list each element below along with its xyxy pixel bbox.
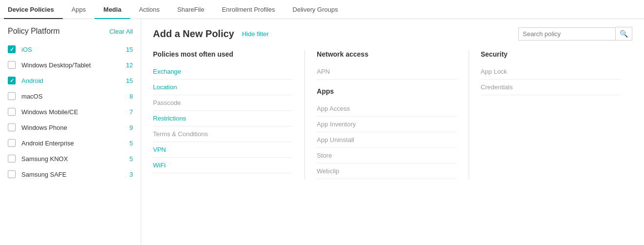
platform-windows-desktop[interactable]: Windows Desktop/Tablet 12: [0, 57, 141, 73]
policy-apn[interactable]: APN: [317, 64, 456, 80]
nav-sharefile[interactable]: ShareFile: [169, 0, 213, 19]
platform-count-windows-phone: 9: [130, 124, 133, 131]
policy-exchange[interactable]: Exchange: [153, 64, 293, 80]
column-title-security: Security: [481, 50, 621, 58]
policy-store[interactable]: Store: [317, 148, 456, 163]
nav-media[interactable]: Media: [95, 0, 130, 19]
search-icon: 🔍: [620, 30, 628, 38]
checkbox-windows-mobile[interactable]: [8, 108, 16, 116]
policy-wifi[interactable]: WiFi: [153, 158, 293, 173]
nav-enrollment-profiles[interactable]: Enrollment Profiles: [213, 0, 284, 19]
platform-count-android-enterprise: 5: [130, 140, 133, 147]
platform-name-windows-mobile: Windows Mobile/CE: [21, 108, 130, 116]
column-most-used: Policies most often used Exchange Locati…: [153, 50, 305, 179]
checkbox-ios[interactable]: [8, 45, 16, 53]
content-header: Add a New Policy Hide filter 🔍: [153, 27, 632, 41]
sidebar-title: Policy Platform: [8, 27, 60, 36]
platform-count-windows-mobile: 7: [130, 108, 133, 116]
checkbox-samsung-knox[interactable]: [8, 155, 16, 163]
clear-all-button[interactable]: Clear All: [110, 28, 133, 35]
checkbox-android-enterprise[interactable]: [8, 139, 16, 147]
checkbox-samsung-safe[interactable]: [8, 170, 16, 178]
platform-name-windows-phone: Windows Phone: [21, 124, 130, 131]
platform-name-windows-desktop: Windows Desktop/Tablet: [21, 61, 126, 69]
checkbox-windows-desktop[interactable]: [8, 61, 16, 69]
content-area: Add a New Policy Hide filter 🔍 Policies …: [141, 19, 644, 245]
platform-windows-phone[interactable]: Windows Phone 9: [0, 120, 141, 135]
platform-count-android: 15: [126, 77, 133, 84]
hide-filter-button[interactable]: Hide filter: [242, 30, 269, 38]
nav-actions[interactable]: Actions: [130, 0, 169, 19]
column-network-apps: Network access APN Apps App Access App I…: [317, 50, 469, 179]
policy-app-access[interactable]: App Access: [317, 101, 456, 117]
policy-passcode[interactable]: Passcode: [153, 95, 293, 111]
column-title-apps: Apps: [317, 87, 456, 95]
nav-delivery-groups[interactable]: Delivery Groups: [284, 0, 347, 19]
policy-app-inventory[interactable]: App Inventory: [317, 117, 456, 132]
platform-count-windows-desktop: 12: [126, 61, 133, 69]
nav-device-policies[interactable]: Device Policies: [4, 0, 63, 19]
platform-count-samsung-safe: 3: [130, 171, 133, 178]
checkbox-macos[interactable]: [8, 92, 16, 100]
platform-macos[interactable]: macOS 8: [0, 88, 141, 104]
platform-android-enterprise[interactable]: Android Enterprise 5: [0, 135, 141, 151]
search-button[interactable]: 🔍: [616, 27, 632, 41]
search-container: 🔍: [518, 27, 632, 41]
checkbox-windows-phone[interactable]: [8, 123, 16, 131]
apps-section: Apps App Access App Inventory App Uninst…: [317, 87, 456, 179]
platform-name-samsung-knox: Samsung KNOX: [21, 155, 130, 163]
column-title-most-used: Policies most often used: [153, 50, 293, 58]
platform-name-android-enterprise: Android Enterprise: [21, 140, 130, 147]
content-header-left: Add a New Policy Hide filter: [153, 28, 269, 40]
search-input[interactable]: [518, 27, 616, 41]
policy-terms-conditions[interactable]: Terms & Conditions: [153, 126, 293, 142]
column-title-network: Network access: [317, 50, 456, 58]
sidebar: Policy Platform Clear All iOS 15 Windows…: [0, 19, 141, 245]
platform-ios[interactable]: iOS 15: [0, 41, 141, 57]
policy-webclip[interactable]: Webclip: [317, 163, 456, 179]
platform-count-ios: 15: [126, 46, 133, 53]
platform-name-ios: iOS: [21, 46, 126, 53]
policy-credentials[interactable]: Credentials: [481, 80, 621, 95]
column-security: Security App Lock Credentials: [481, 50, 632, 179]
platform-name-macos: macOS: [21, 93, 130, 100]
policy-restrictions[interactable]: Restrictions: [153, 111, 293, 126]
main-layout: Policy Platform Clear All iOS 15 Windows…: [0, 19, 644, 245]
platform-count-samsung-knox: 5: [130, 155, 133, 163]
platform-samsung-knox[interactable]: Samsung KNOX 5: [0, 151, 141, 166]
platform-android[interactable]: Android 15: [0, 73, 141, 88]
policy-location[interactable]: Location: [153, 80, 293, 95]
platform-name-samsung-safe: Samsung SAFE: [21, 171, 130, 178]
nav-apps[interactable]: Apps: [63, 0, 95, 19]
policy-app-uninstall[interactable]: App Uninstall: [317, 132, 456, 148]
sidebar-header: Policy Platform Clear All: [0, 27, 141, 41]
page-title: Add a New Policy: [153, 28, 234, 40]
platform-windows-mobile[interactable]: Windows Mobile/CE 7: [0, 104, 141, 120]
platform-count-macos: 8: [130, 93, 133, 100]
policy-app-lock[interactable]: App Lock: [481, 64, 621, 80]
top-nav: Device Policies Apps Media Actions Share…: [0, 0, 644, 19]
policy-vpn[interactable]: VPN: [153, 142, 293, 158]
checkbox-android[interactable]: [8, 77, 16, 84]
platform-samsung-safe[interactable]: Samsung SAFE 3: [0, 166, 141, 182]
platform-name-android: Android: [21, 77, 126, 84]
policy-columns: Policies most often used Exchange Locati…: [153, 50, 632, 179]
